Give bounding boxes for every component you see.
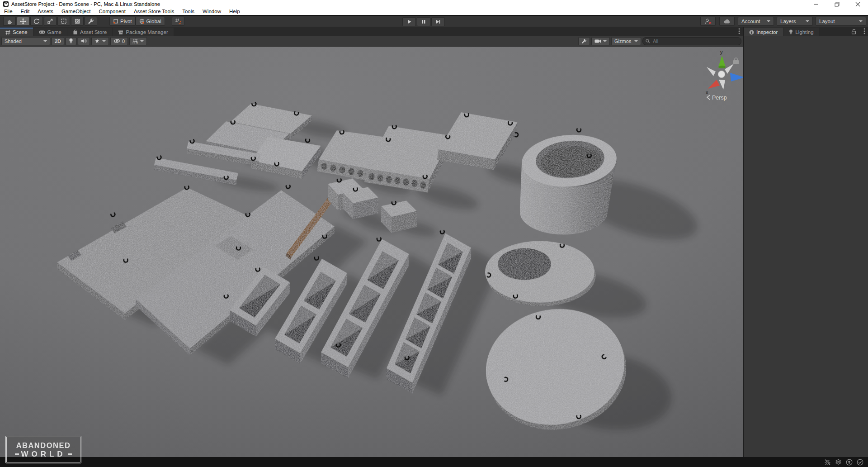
unity-app-icon xyxy=(3,1,9,7)
axis-negative-cone[interactable] xyxy=(707,67,716,76)
rect-tool-button[interactable] xyxy=(57,17,70,26)
right-dock-menu-icon[interactable] xyxy=(863,28,865,36)
axis-y-cone[interactable] xyxy=(718,56,726,67)
scene-orientation-gizmo[interactable]: y z x Persp xyxy=(706,49,743,101)
menu-component[interactable]: Component xyxy=(94,8,129,15)
hand-tool-button[interactable] xyxy=(3,17,16,26)
scene-viewport[interactable]: y z x Persp xyxy=(0,47,743,457)
global-illumination-status-icon[interactable] xyxy=(846,459,853,466)
concrete-cover-ring[interactable] xyxy=(485,241,596,306)
speaker-icon xyxy=(81,38,87,43)
global-toggle-button[interactable]: Global xyxy=(136,17,165,26)
shading-mode-dropdown[interactable]: Shaded xyxy=(1,37,50,45)
gizmos-dropdown[interactable]: Gizmos xyxy=(611,37,641,45)
axis-negative-cone[interactable] xyxy=(725,64,734,74)
info-icon xyxy=(749,30,754,35)
axis-x-label: x xyxy=(706,90,708,95)
pivot-icon xyxy=(113,19,118,24)
rotate-tool-button[interactable] xyxy=(30,17,43,26)
watermark-line2: WORLD xyxy=(21,450,66,458)
cloud-button[interactable] xyxy=(719,17,735,26)
scene-effects-dropdown[interactable] xyxy=(91,37,109,45)
cache-server-status-icon[interactable] xyxy=(835,459,842,465)
menu-file[interactable]: File xyxy=(0,8,17,15)
scene-search-field[interactable] xyxy=(642,37,741,45)
grid-snap-button[interactable] xyxy=(172,17,184,26)
tab-game[interactable]: Game xyxy=(33,28,67,36)
menu-edit[interactable]: Edit xyxy=(17,8,34,15)
tab-scene[interactable]: Scene xyxy=(0,28,33,36)
effects-star-icon xyxy=(94,38,100,44)
grid-axis-icon: Y xyxy=(132,38,138,44)
projection-toggle[interactable]: Persp xyxy=(707,95,727,101)
axis-x-cone[interactable] xyxy=(708,80,720,89)
menu-gameobject[interactable]: GameObject xyxy=(57,8,95,15)
chevron-left-icon xyxy=(707,95,710,100)
lock-icon[interactable] xyxy=(733,58,739,64)
chevron-down-icon xyxy=(859,20,863,22)
global-label: Global xyxy=(146,19,161,24)
close-button[interactable] xyxy=(847,0,868,8)
tab-scene-label: Scene xyxy=(13,29,28,35)
tab-lighting[interactable]: Lighting xyxy=(783,28,819,36)
scene-camera-dropdown[interactable] xyxy=(591,37,610,45)
custom-tool-button[interactable] xyxy=(85,17,97,26)
inspector-dock: Inspector Lighting xyxy=(743,27,868,457)
activity-ok-status-icon[interactable] xyxy=(857,459,863,466)
title-bar: AssetStore Project - Demo Scene - PC, Ma… xyxy=(0,0,868,8)
move-tool-button[interactable] xyxy=(17,17,29,26)
pivot-toggle-button[interactable]: Pivot xyxy=(109,17,136,26)
inspector-panel-body[interactable] xyxy=(744,36,868,457)
watermark-tick xyxy=(68,453,72,455)
scene-lighting-toggle[interactable] xyxy=(66,37,76,45)
gizmo-center[interactable] xyxy=(718,71,725,78)
menu-tools[interactable]: Tools xyxy=(178,8,198,15)
svg-text:Y: Y xyxy=(137,41,139,44)
lock-icon[interactable] xyxy=(851,28,856,36)
menu-asset-store-tools[interactable]: Asset Store Tools xyxy=(130,8,178,15)
light-bulb-icon xyxy=(69,38,73,44)
scene-grid-dropdown[interactable]: Y xyxy=(129,37,147,45)
scene-search-input[interactable] xyxy=(652,38,731,44)
tab-asset-store-label: Asset Store xyxy=(80,29,107,35)
watermark-tick xyxy=(15,453,19,455)
pause-button[interactable] xyxy=(417,17,430,26)
axis-negative-cone[interactable] xyxy=(719,80,725,90)
layout-dropdown[interactable]: Layout xyxy=(816,17,866,26)
transform-tool-button[interactable] xyxy=(71,17,84,26)
tab-asset-store[interactable]: Asset Store xyxy=(67,28,112,36)
layers-dropdown[interactable]: Layers xyxy=(777,17,813,26)
tab-package-manager[interactable]: Package Manager xyxy=(113,28,173,36)
scene-visibility-toggle[interactable]: 0 xyxy=(110,37,128,45)
left-dock-menu-icon[interactable] xyxy=(738,28,740,36)
concrete-lintel-beam[interactable] xyxy=(154,157,238,185)
scene-audio-toggle[interactable] xyxy=(78,37,90,45)
minimize-button[interactable] xyxy=(806,0,826,8)
hidden-count-label: 0 xyxy=(122,38,125,44)
2d-toggle-button[interactable]: 2D xyxy=(52,37,64,45)
account-label: Account xyxy=(741,19,760,24)
play-button[interactable] xyxy=(402,17,416,26)
account-dropdown[interactable]: Account xyxy=(738,17,774,26)
unity-editor-window: AssetStore Project - Demo Scene - PC, Ma… xyxy=(0,0,868,467)
debugger-status-icon[interactable] xyxy=(824,459,831,465)
left-tab-strip: Scene Game Asset Store Package Manager xyxy=(0,27,743,36)
gamepad-icon xyxy=(39,30,45,34)
concrete-well-ring[interactable] xyxy=(520,132,618,234)
menu-help[interactable]: Help xyxy=(225,8,244,15)
scene-dock: Scene Game Asset Store Package Manager S… xyxy=(0,27,743,457)
scene-tools-button[interactable] xyxy=(578,37,590,45)
menu-assets[interactable]: Assets xyxy=(33,8,57,15)
tab-inspector[interactable]: Inspector xyxy=(744,28,783,36)
grid-icon xyxy=(5,30,10,35)
menu-window[interactable]: Window xyxy=(198,8,225,15)
axis-z-cone[interactable] xyxy=(730,73,743,81)
tab-inspector-label: Inspector xyxy=(756,29,778,35)
maximize-button[interactable] xyxy=(826,0,847,8)
collab-button[interactable] xyxy=(700,17,716,26)
concrete-slab[interactable] xyxy=(437,112,518,170)
step-button[interactable] xyxy=(431,17,445,26)
scale-tool-button[interactable] xyxy=(44,17,57,26)
status-bar xyxy=(0,457,868,467)
tab-package-manager-label: Package Manager xyxy=(126,29,168,35)
